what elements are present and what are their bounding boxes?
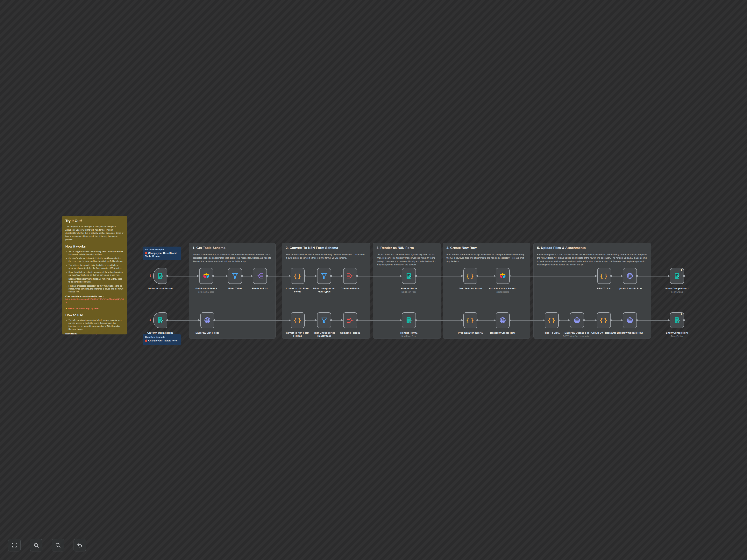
node-caption: Baserow List Fields [193,331,222,335]
how-it-works-heading: How it works [66,245,124,248]
list-item: Note any files/attachments fields are re… [69,277,124,283]
mini-note-title: AirTable Example [145,248,179,251]
node-filter-unsupported-fieldtypes1[interactable] [317,312,331,328]
canvas-toolbar [8,539,86,552]
node-covert-to-n8n-form-fields[interactable]: {} [291,268,305,284]
node-caption: Baserow Update Row [615,331,644,335]
node-caption: Update Airtable Row [615,287,644,291]
node-show-completion-1[interactable]: 1 [670,268,684,284]
fit-view-icon [11,542,17,548]
node-caption: Airtable Create Recordcreate: record [488,287,517,293]
node-caption: Combine Fields1 [336,331,365,335]
zoom-out-button[interactable] [52,539,64,552]
signup-link[interactable]: ★New to Airtable? Sign up here! [66,307,124,310]
globe-icon [626,272,634,279]
node-on-form-submission1[interactable] [153,312,167,328]
section-title: 5. Upload Files & Attachments [537,246,647,250]
zoom-in-button[interactable] [30,539,43,552]
node-caption: Render FormNext Form Page [394,287,423,293]
airtable-example-link[interactable]: https://airtable.com/appfP15Xd0aV2R9cV/s… [66,298,124,304]
node-group-by-fieldname[interactable]: {} [597,312,611,328]
code-icon: {} [293,317,302,324]
list-item: The n8n form is autogenerated which mean… [69,319,124,330]
node-fields-to-list[interactable] [253,268,267,284]
node-airtable-create-record[interactable] [496,268,510,284]
trigger-bolt-icon [149,318,153,322]
section-description: Baserow requires a 2 step process where … [537,253,647,266]
globe-icon [626,317,634,324]
node-baserow-update-row[interactable] [623,312,637,328]
section-title: 3. Render as N8N Form [377,246,437,250]
node-update-airtable-row[interactable] [623,268,637,284]
undo-icon [77,542,83,548]
node-baserow-create-row[interactable] [496,312,510,328]
zoom-in-icon [33,542,39,548]
code-icon: {} [600,273,609,279]
node-caption: Covert to n8n Form Fields1 [283,331,312,338]
mini-note-body: Change your Base ID and Table ID here! [145,251,179,258]
code-icon: {} [466,273,475,279]
how-to-use-list: The n8n form is autogenerated which mean… [66,319,124,330]
node-combine-fields1[interactable] [343,312,357,328]
form-icon [673,272,680,279]
section-title: 2. Convert To N8N Form Schema [286,246,366,250]
section-description: Both products contain similar schema wit… [286,253,366,260]
node-filter-table[interactable] [228,268,242,284]
node-caption: On form submission [146,287,175,291]
node-on-form-submission[interactable] [153,268,167,284]
code-icon: {} [293,273,302,279]
sticky-title: Try It Out! [66,219,124,223]
node-combine-fields[interactable] [343,268,357,284]
node-files-to-list1[interactable]: {} [545,312,559,328]
node-caption: Fields to List [245,287,275,291]
sticky-note-airtable-example[interactable]: AirTable Example Change your Base ID and… [143,246,181,260]
star-icon: ★ [66,307,67,310]
mini-note-body: Change your TableId here! [145,339,179,342]
section-title: 4. Create New Row [446,246,526,250]
node-render-form[interactable] [402,268,416,284]
aggregate-icon [347,317,354,324]
items-badge: 1 [681,269,682,271]
airtable-icon [202,272,210,279]
form-icon [405,272,412,279]
globe-icon [204,317,211,324]
globe-icon [573,317,581,324]
node-filter-unsupported-fieldtypes[interactable] [317,268,331,284]
node-render-form1[interactable] [402,312,416,328]
form-trigger-icon [157,272,164,279]
node-get-base-schema[interactable] [199,268,213,284]
node-caption: Filter Unsupported FieldTypes [309,287,339,294]
filter-icon [320,317,328,324]
node-prep-data-for-insert1[interactable]: {} [463,312,478,328]
node-files-to-list[interactable]: {} [597,268,611,284]
node-caption: Files To List1 [537,331,566,335]
node-prep-data-for-insert[interactable]: {} [463,268,478,284]
node-caption: Baserow Upload FilePOST: https://api.bas… [562,331,592,337]
aggregate-icon [347,272,354,279]
sticky-note-baserow-example[interactable]: BaseRow Example Change your TableId here… [143,334,181,345]
node-caption: Render Form1Next Form Page [394,331,423,337]
sticky-note-try-it-out[interactable]: Try It Out! This template is an example … [62,216,127,335]
node-caption: Prep Data for Insert [456,287,485,291]
zoom-to-fit-button[interactable] [8,539,21,552]
code-icon: {} [547,317,556,324]
node-baserow-list-fields[interactable] [200,312,214,328]
sticky-intro: This template is an example of how you c… [66,225,124,241]
n8n-workflow-canvas[interactable]: { "colors":{ "canvas_bg":"#2b2b2c","pane… [0,0,747,560]
form-icon [405,317,412,324]
siren-icon [145,340,147,342]
section-description: Both Airtable and Baserow accept field l… [446,253,526,263]
node-caption: Filter Unsupported FieldTypes1 [309,331,339,338]
node-caption: On form submission1 [146,331,175,335]
reset-button[interactable] [74,539,86,552]
help-links[interactable]: Join the Discord or ask in the Forum! [66,334,103,335]
section-description: Did you know you can build forms dynamic… [377,253,437,266]
list-item: A form trigger is used to dynamically se… [69,250,124,256]
node-show-completion[interactable]: 1 [670,312,684,328]
how-to-use-heading: How to use [66,313,124,317]
node-covert-to-n8n-form-fields1[interactable]: {} [291,312,305,328]
trigger-bolt-icon [149,274,153,278]
split-out-icon [256,272,263,279]
node-baserow-upload-file[interactable] [570,312,584,328]
section-title: 1. Get Table Schema [192,246,272,250]
